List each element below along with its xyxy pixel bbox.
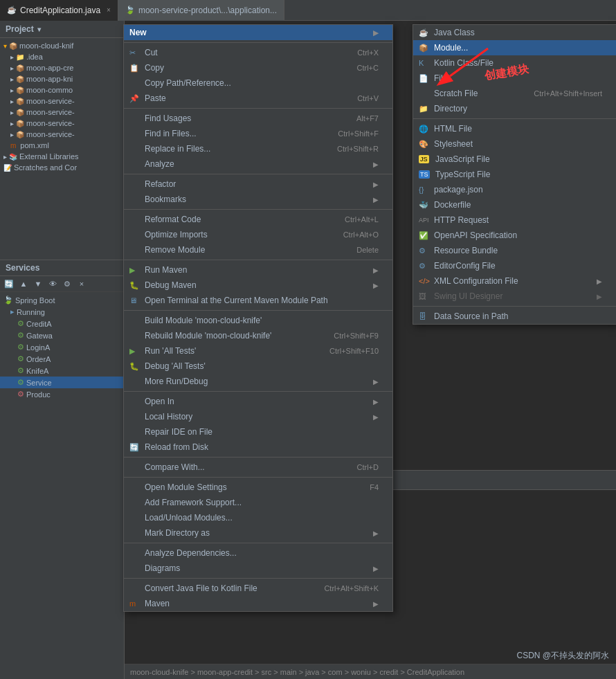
- remove-module-label: Remove Module: [145, 245, 205, 255]
- services-item-springboot[interactable]: 🍃 Spring Boot: [0, 294, 124, 306]
- scratch-icon: 📝: [3, 164, 12, 172]
- menu-item-mark-dir[interactable]: Mark Directory as ▶: [124, 525, 392, 541]
- tree-item-commo[interactable]: ▸ 📦 moon-commo: [0, 84, 124, 96]
- down-btn[interactable]: ▼: [32, 278, 44, 290]
- menu-item-paste[interactable]: 📌 Paste Ctrl+V: [124, 91, 392, 106]
- menu-item-analyze-deps[interactable]: Analyze Dependencies...: [124, 545, 392, 561]
- menu-item-open-terminal[interactable]: 🖥 Open Terminal at the Current Maven Mod…: [124, 293, 392, 308]
- menu-item-optimize[interactable]: Optimize Imports Ctrl+Alt+O: [124, 227, 392, 242]
- new-file[interactable]: 📄 File: [413, 71, 616, 86]
- new-editorconfig[interactable]: ⚙ EditorConfig File: [413, 258, 616, 273]
- menu-item-copy-path[interactable]: Copy Path/Reference...: [124, 75, 392, 91]
- tab-credit-application[interactable]: ☕ CreditApplication.java ×: [0, 0, 118, 21]
- arrow-icon: ▶: [373, 378, 379, 386]
- new-ts[interactable]: TS TypeScript File: [413, 167, 616, 182]
- new-xml-config[interactable]: </> XML Configuration File ▶: [413, 273, 616, 289]
- tree-item-root[interactable]: ▾ 📦 moon-cloud-knif: [0, 40, 124, 51]
- tab-application-properties[interactable]: 🍃 moon-service-product\...\application..…: [118, 0, 284, 21]
- cut-label: Cut: [145, 48, 158, 57]
- tree-item-svc2[interactable]: ▸ 📦 moon-service-: [0, 107, 124, 118]
- menu-item-rebuild[interactable]: Rebuild Module 'moon-cloud-knife' Ctrl+S…: [124, 328, 392, 343]
- new-html[interactable]: 🌐 HTML File: [413, 121, 616, 136]
- menu-item-remove-module[interactable]: Remove Module Delete: [124, 242, 392, 257]
- tree-item-app-cre[interactable]: ▸ 📦 moon-app-cre: [0, 62, 124, 73]
- reload-icon: 🔄: [129, 443, 139, 452]
- menu-item-add-framework[interactable]: Add Framework Support...: [124, 495, 392, 510]
- new-datasource[interactable]: 🗄 Data Source in Path: [413, 309, 616, 324]
- new-stylesheet[interactable]: 🎨 Stylesheet: [413, 136, 616, 152]
- chevron-right-icon: ▸: [10, 87, 14, 94]
- services-item-login[interactable]: ⚙ LoginA: [0, 341, 124, 353]
- tab-close-btn[interactable]: ×: [107, 6, 111, 14]
- tree-item-app-kni[interactable]: ▸ 📦 moon-app-kni: [0, 73, 124, 84]
- menu-item-reload[interactable]: 🔄 Reload from Disk: [124, 440, 392, 455]
- menu-item-compare[interactable]: Compare With... Ctrl+D: [124, 460, 392, 475]
- menu-item-run-maven[interactable]: ▶ Run Maven ▶: [124, 262, 392, 278]
- menu-item-diagrams[interactable]: Diagrams ▶: [124, 561, 392, 576]
- up-btn[interactable]: ▲: [17, 278, 30, 290]
- tab-label-2: moon-service-product\...\application...: [138, 6, 277, 15]
- file-label: File: [434, 73, 447, 83]
- menu-item-bookmarks[interactable]: Bookmarks ▶: [124, 192, 392, 207]
- tree-item-svc1[interactable]: ▸ 📦 moon-service-: [0, 96, 124, 107]
- tree-item-svc3[interactable]: ▸ 📦 moon-service-: [0, 118, 124, 129]
- menu-item-repair-ide[interactable]: Repair IDE on File: [124, 424, 392, 440]
- menu-item-new[interactable]: New ▶: [124, 25, 392, 40]
- services-item-credit[interactable]: ⚙ CreditA: [0, 318, 124, 329]
- menu-item-open-in[interactable]: Open In ▶: [124, 394, 392, 409]
- menu-item-debug-maven[interactable]: 🐛 Debug Maven ▶: [124, 278, 392, 293]
- menu-item-analyze[interactable]: Analyze ▶: [124, 156, 392, 172]
- menu-item-find-usages[interactable]: Find Usages Alt+F7: [124, 111, 392, 126]
- menu-item-build[interactable]: Build Module 'moon-cloud-knife': [124, 313, 392, 328]
- new-scratch[interactable]: Scratch File Ctrl+Alt+Shift+Insert: [413, 86, 616, 101]
- tree-item-scratches[interactable]: 📝 Scratches and Cor: [0, 162, 124, 173]
- menu-item-refactor[interactable]: Refactor ▶: [124, 176, 392, 192]
- services-item-running[interactable]: ▸ Running: [0, 306, 124, 318]
- menu-item-replace[interactable]: Replace in Files... Ctrl+Shift+R: [124, 141, 392, 156]
- menu-item-local-history[interactable]: Local History ▶: [124, 409, 392, 424]
- new-java-class[interactable]: ☕ Java Class: [413, 25, 616, 40]
- menu-item-reformat[interactable]: Reformat Code Ctrl+Alt+L: [124, 212, 392, 227]
- service-label: Gatewa: [26, 332, 53, 340]
- rebuild-label: Rebuild Module 'moon-cloud-knife': [145, 331, 271, 341]
- menu-item-more-run[interactable]: More Run/Debug ▶: [124, 374, 392, 389]
- menu-item-module-settings[interactable]: Open Module Settings F4: [124, 480, 392, 495]
- module-settings-shortcut: F4: [356, 483, 379, 491]
- filter-btn[interactable]: ⚙: [61, 278, 73, 290]
- new-js[interactable]: JS JavaScript File: [413, 152, 616, 167]
- services-item-gateway[interactable]: ⚙ Gatewa: [0, 329, 124, 341]
- services-item-knife[interactable]: ⚙ KnifeA: [0, 365, 124, 377]
- services-item-service[interactable]: ⚙ Service: [0, 377, 124, 388]
- services-item-product[interactable]: ⚙ Produc: [0, 388, 124, 400]
- eye-btn[interactable]: 👁: [46, 278, 59, 290]
- separator: [413, 118, 616, 119]
- menu-item-load-unload[interactable]: Load/Unload Modules...: [124, 510, 392, 525]
- new-module[interactable]: 📦 Module...: [413, 40, 616, 55]
- menu-item-debug-tests[interactable]: 🐛 Debug 'All Tests': [124, 359, 392, 374]
- running-label: Running: [17, 308, 45, 316]
- services-item-order[interactable]: ⚙ OrderA: [0, 353, 124, 365]
- new-resource-bundle[interactable]: ⚙ Resource Bundle: [413, 243, 616, 258]
- menu-item-cut[interactable]: ✂ Cut Ctrl+X: [124, 45, 392, 60]
- menu-item-convert-kotlin[interactable]: Convert Java File to Kotlin File Ctrl+Al…: [124, 581, 392, 596]
- menu-item-maven[interactable]: m Maven ▶: [124, 596, 392, 611]
- new-dockerfile[interactable]: 🐳 Dockerfile: [413, 197, 616, 212]
- tree-item-ext[interactable]: ▸ 📚 External Libraries: [0, 151, 124, 162]
- breadcrumb: moon-cloud-knife > moon-app-credit > src…: [125, 664, 616, 679]
- green-dot-icon: ⚙: [17, 331, 24, 340]
- menu-item-find-in-files[interactable]: Find in Files... Ctrl+Shift+F: [124, 126, 392, 141]
- new-openapi[interactable]: ✅ OpenAPI Specification: [413, 228, 616, 243]
- new-directory[interactable]: 📁 Directory: [413, 101, 616, 116]
- dropdown-icon[interactable]: ▾: [37, 26, 41, 33]
- close-btn[interactable]: ×: [75, 278, 88, 290]
- tree-item-pom[interactable]: m pom.xml: [0, 140, 124, 151]
- new-kotlin[interactable]: K Kotlin Class/File: [413, 55, 616, 71]
- refresh-btn[interactable]: 🔄: [3, 278, 15, 290]
- menu-item-run-tests[interactable]: ▶ Run 'All Tests' Ctrl+Shift+F10: [124, 343, 392, 359]
- menu-item-copy[interactable]: 📋 Copy Ctrl+C: [124, 60, 392, 75]
- reformat-label: Reformat Code: [145, 215, 201, 224]
- new-package-json[interactable]: {} package.json: [413, 182, 616, 197]
- new-http[interactable]: API HTTP Request: [413, 212, 616, 228]
- tree-item-svc4[interactable]: ▸ 📦 moon-service-: [0, 129, 124, 140]
- tree-item-idea[interactable]: ▸ 📁 .idea: [0, 51, 124, 62]
